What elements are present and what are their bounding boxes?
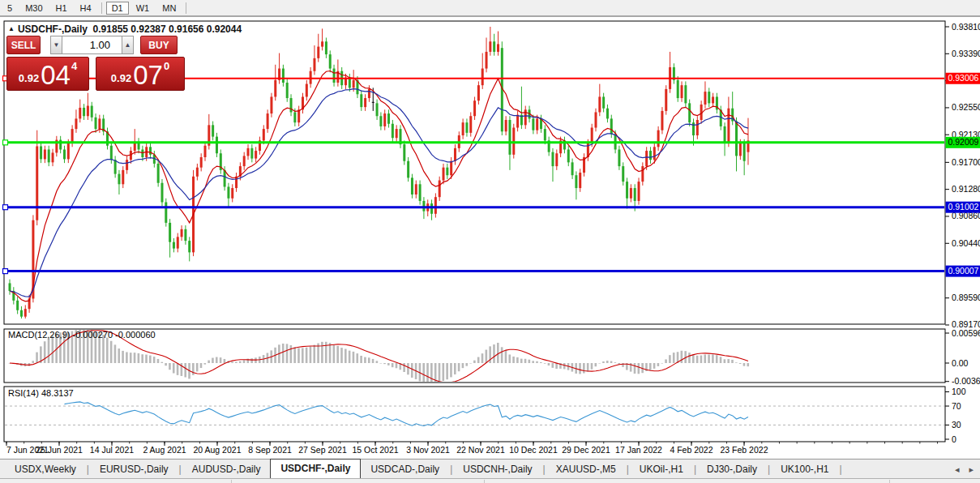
level-price-tag-label: 0.92009 [948,137,979,147]
time-axis-label: 10 Dec 2021 [509,445,558,455]
chart-tab-eurusd-daily[interactable]: EURUSD-,Daily [90,461,178,478]
price-axis-label: 0.91280 [952,184,980,194]
price-axis-label: 0.93390 [952,49,980,58]
level-price-tag-label: 0.93006 [948,73,979,83]
macd-label: MACD(12,26,9) -0.000270 -0.000060 [8,330,156,340]
tab-separator: | [694,464,696,475]
tab-separator: | [768,464,770,475]
sell-price-box[interactable]: 0.92044 [6,57,89,91]
chart-tab-usdx-weekly[interactable]: USDX,Weekly [5,461,86,478]
toolbar-separator [186,2,186,14]
time-axis-label: 27 Sep 2021 [298,445,347,455]
tab-scroll-controls: ◂▸ [945,464,974,475]
sell-price-big: 04 [41,62,71,88]
tab-separator: | [450,464,452,475]
time-axis-label: 4 Feb 2022 [670,445,713,455]
chart-tab-usdchf-daily[interactable]: USDCHF-,Daily [270,459,361,478]
level-price-tag-label: 0.90007 [948,266,979,276]
one-click-trading-panel: SELL ▼ 1.00 ▲ BUY 0.92044 0.92070 [6,36,186,91]
time-axis-label: 22 Nov 2021 [456,445,505,455]
tab-separator: | [543,464,546,475]
chart-tab-uk100-h1[interactable]: UK100-,H1 [771,461,838,478]
level-line-handle[interactable] [3,205,8,210]
chart-ohlc-values: 0.91855 0.92387 0.91656 0.92044 [93,24,242,35]
level-line-handle[interactable] [3,140,8,145]
buy-price-box[interactable]: 0.92070 [96,57,185,91]
timeframe-button-W1[interactable]: W1 [131,2,156,15]
buy-price-big: 07 [133,62,163,88]
macd-axis-label: -0.003664 [952,376,980,386]
price-axis-label: 0.93810 [952,22,980,32]
volume-decrease-button[interactable]: ▼ [50,36,62,54]
level-line-handle[interactable] [3,269,8,274]
price-axis-label: 0.92550 [952,102,980,112]
sell-price-sup: 4 [71,60,77,72]
timeframe-toolbar: 5M30H1H4D1W1MN [0,0,980,17]
buy-price-sup: 0 [164,60,169,72]
time-axis-label: 17 Jan 2022 [615,445,662,455]
volume-increase-button[interactable]: ▲ [122,36,134,54]
rsi-axis-label: 100 [952,387,966,396]
toolbar-separator [101,2,102,14]
timeframe-button-H4[interactable]: H4 [75,2,97,15]
time-axis-label: 15 Oct 2021 [352,445,398,455]
macd-axis-label: 0.005963 [952,328,980,338]
tab-separator: | [840,464,842,475]
price-axis-label: 0.91700 [952,157,980,167]
chart-tab-audusd-daily[interactable]: AUDUSD-,Daily [182,461,271,478]
timeframe-button-M30[interactable]: M30 [19,2,48,15]
chart-tab-dj30-daily[interactable]: DJ30-,Daily [697,461,767,478]
collapse-arrow-icon[interactable]: ▲ [8,25,15,32]
rsi-axis-label: 0 [952,434,956,444]
tab-separator: | [87,464,89,475]
sell-button[interactable]: SELL [6,36,41,54]
time-axis-label: 23 Feb 2022 [721,445,768,455]
macd-axis-label: 0.00 [952,358,969,368]
tab-separator: | [627,464,629,475]
price-axis-label: 0.90440 [952,238,980,248]
volume-input[interactable]: 1.00 [62,36,122,54]
status-strip [0,478,980,483]
time-axis-label: 8 Sep 2021 [248,445,292,455]
chart-tab-ukoil-h1[interactable]: UKOil-,H1 [630,461,693,478]
buy-button[interactable]: BUY [140,36,178,54]
spinner-up-icon: ▲ [125,41,131,49]
time-axis-label: 29 Dec 2021 [562,445,610,455]
timeframe-button-5[interactable]: 5 [2,2,18,15]
spinner-down-icon: ▼ [53,41,60,49]
buy-price-small: 0.92 [111,72,131,84]
rsi-panel-frame [4,387,945,442]
chart-tabs-bar: USDX,Weekly|EURUSD-,Daily|AUDUSD-,DailyU… [0,459,980,478]
chart-title: ▲USDCHF-,Daily 0.91855 0.92387 0.91656 0… [8,24,242,35]
chart-tab-usdcad-daily[interactable]: USDCAD-,Daily [361,461,449,478]
timeframe-button-MN[interactable]: MN [156,2,182,15]
tab-scroll-right-icon[interactable]: ▸ [969,464,974,474]
timeframe-button-H1[interactable]: H1 [50,2,73,15]
rsi-axis-label: 70 [952,401,961,411]
sell-price-small: 0.92 [19,72,39,84]
timeframe-button-D1[interactable]: D1 [106,2,129,15]
time-axis-label: 25 Jun 2021 [36,445,83,455]
price-axis-label: 0.89590 [952,293,980,302]
chart-tab-usdcnh-daily[interactable]: USDCNH-,Daily [453,461,541,478]
time-axis-label: 2 Aug 2021 [143,445,186,455]
time-axis-label: 14 Jul 2021 [90,445,134,455]
chart-symbol-label: USDCHF-,Daily [18,24,88,35]
tab-scroll-left-icon[interactable]: ◂ [955,464,960,474]
level-price-tag-label: 0.91002 [948,202,979,212]
chart-tab-xauusd-m5[interactable]: XAUUSD-,M5 [546,461,626,478]
time-axis-label: 20 Aug 2021 [194,445,242,455]
rsi-label: RSI(14) 48.3137 [8,388,74,398]
rsi-axis-label: 30 [952,420,961,430]
tab-separator: | [179,464,182,475]
time-axis-label: 3 Nov 2021 [406,445,450,455]
